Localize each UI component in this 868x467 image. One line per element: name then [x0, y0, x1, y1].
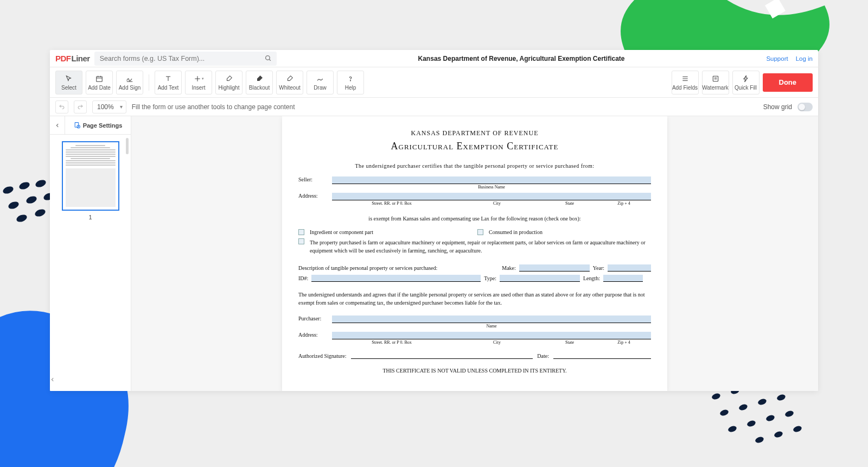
show-grid-toggle[interactable]: [797, 103, 813, 111]
exempt-line: is exempt from Kansas sales and compensa…: [298, 216, 651, 222]
svg-point-0: [2, 185, 15, 195]
svg-point-34: [350, 80, 351, 81]
page-settings-button[interactable]: Page Settings: [65, 122, 131, 129]
signature-line[interactable]: [351, 352, 533, 359]
svg-rect-38: [713, 76, 718, 81]
checkbox-ingredient[interactable]: [298, 229, 304, 235]
draw-button[interactable]: Draw: [307, 71, 334, 94]
id-label: ID#:: [298, 275, 308, 281]
seller-field[interactable]: [332, 176, 651, 184]
svg-point-20: [755, 436, 764, 444]
seller-row: Seller: Business Name: [298, 176, 651, 190]
add-fields-button[interactable]: Add Fields: [672, 71, 699, 94]
svg-rect-41: [75, 123, 79, 128]
help-icon: [347, 74, 354, 84]
login-link[interactable]: Log in: [796, 55, 813, 62]
draw-icon: [316, 74, 324, 84]
header-bar: PDFLiner Kansas Department of Revenue, A…: [50, 50, 818, 67]
id-field[interactable]: [311, 275, 481, 282]
logo[interactable]: PDFLiner: [55, 54, 90, 63]
scrollbar-indicator[interactable]: [126, 138, 129, 154]
purchaser-field[interactable]: [332, 315, 651, 323]
address-subcaptions: Street. RR. or P 0. Box City State Zip +…: [332, 201, 651, 206]
support-link[interactable]: Support: [766, 55, 788, 62]
purchaser-label: Purchaser:: [298, 315, 328, 321]
svg-point-7: [34, 208, 47, 218]
description-row-2: ID#: Type: Length:: [298, 275, 651, 282]
blackout-button[interactable]: Blackout: [246, 71, 273, 94]
page-settings-icon: [74, 122, 81, 129]
svg-point-3: [8, 200, 20, 210]
svg-point-13: [738, 403, 748, 412]
purchaser-address-label: Address:: [298, 332, 328, 338]
undo-button[interactable]: [55, 100, 68, 113]
checkbox-consumed-label: Consumed in production: [489, 229, 542, 235]
redo-button[interactable]: [74, 100, 87, 113]
whiteout-button[interactable]: Whiteout: [276, 71, 303, 94]
svg-line-24: [269, 59, 271, 61]
doc-title: Agricultural Exemption Certificate: [298, 141, 651, 152]
date-line[interactable]: [553, 352, 651, 359]
zoom-select[interactable]: 100%: [92, 100, 126, 113]
signature-icon: [126, 74, 133, 84]
search-input[interactable]: [94, 52, 277, 66]
svg-point-17: [746, 420, 756, 428]
add-date-button[interactable]: Add Date: [86, 71, 113, 94]
checkbox-row-1: Ingredient or component part Consumed in…: [298, 229, 651, 235]
svg-point-4: [25, 195, 38, 205]
highlight-icon: [225, 74, 233, 84]
highlight-button[interactable]: Highlight: [215, 71, 242, 94]
sidebar: Page Settings 1: [50, 116, 131, 391]
checkbox-machinery-label: The property purchased is farm or aquacu…: [310, 238, 651, 255]
watermark-button[interactable]: Watermark: [702, 71, 729, 94]
svg-point-15: [776, 394, 786, 402]
select-button[interactable]: Select: [55, 71, 82, 94]
address-label: Address:: [298, 193, 328, 199]
seller-field-wrap: Business Name: [332, 176, 651, 190]
make-field[interactable]: [519, 264, 590, 272]
svg-point-21: [774, 431, 783, 439]
watermark-icon: [712, 74, 719, 84]
sidebar-collapse-bottom[interactable]: [50, 377, 131, 391]
calendar-icon: [95, 74, 103, 84]
svg-point-18: [765, 414, 775, 422]
checkbox-consumed[interactable]: [477, 229, 483, 235]
help-button[interactable]: Help: [337, 71, 364, 94]
insert-button[interactable]: ▾ Insert: [185, 71, 212, 94]
search-wrap: [94, 52, 277, 66]
sidebar-collapse-button[interactable]: [50, 116, 65, 134]
purchaser-address-row: Address: Street. RR. or P 0. Box City St…: [298, 332, 651, 345]
toolbar-divider: [149, 74, 149, 91]
year-field[interactable]: [608, 264, 651, 272]
svg-point-1: [18, 181, 31, 191]
content-area: Page Settings 1: [50, 116, 818, 391]
add-sign-button[interactable]: Add Sign: [116, 71, 143, 94]
app-window: PDFLiner Kansas Department of Revenue, A…: [50, 50, 818, 391]
checkbox-machinery[interactable]: [298, 238, 304, 244]
purchaser-name-sub: Name: [332, 324, 651, 329]
doc-intro: The undersigned purchaser certifies that…: [298, 163, 651, 169]
purchaser-address-subcaptions: Street. RR. or P 0. Box City State Zip +…: [332, 340, 651, 345]
search-icon[interactable]: [265, 55, 272, 62]
text-icon: [164, 74, 172, 84]
length-field[interactable]: [603, 275, 643, 282]
seller-address-field[interactable]: [332, 193, 651, 200]
description-row-1: Description of tangible personal propert…: [298, 264, 651, 272]
desc-prefix: Description of tangible personal propert…: [298, 265, 437, 271]
canvas-area[interactable]: KANSAS DEPARTMENT OF REVENUE Agricultura…: [131, 116, 818, 391]
add-text-button[interactable]: Add Text: [155, 71, 182, 94]
quick-fill-button[interactable]: Quick Fill: [732, 71, 760, 94]
purchaser-address-field[interactable]: [332, 332, 651, 339]
checkbox-ingredient-label: Ingredient or component part: [310, 229, 373, 235]
sidebar-header: Page Settings: [50, 116, 131, 135]
type-field[interactable]: [500, 275, 580, 282]
toolbar: Select Add Date Add Sign Add Text ▾ Inse…: [50, 67, 818, 98]
hint-text: Fill the form or use another tools to ch…: [132, 103, 295, 111]
footer-note: THIS CERTIFICATE IS NOT VALID UNLESS COM…: [298, 368, 651, 374]
address-field-wrap: Street. RR. or P 0. Box City State Zip +…: [332, 193, 651, 206]
page-thumbnail-1[interactable]: [62, 141, 119, 211]
type-label: Type:: [484, 275, 496, 281]
signature-row: Authorized Signature: Date:: [298, 352, 651, 359]
logo-liner: Liner: [71, 54, 90, 63]
done-button[interactable]: Done: [763, 73, 813, 92]
